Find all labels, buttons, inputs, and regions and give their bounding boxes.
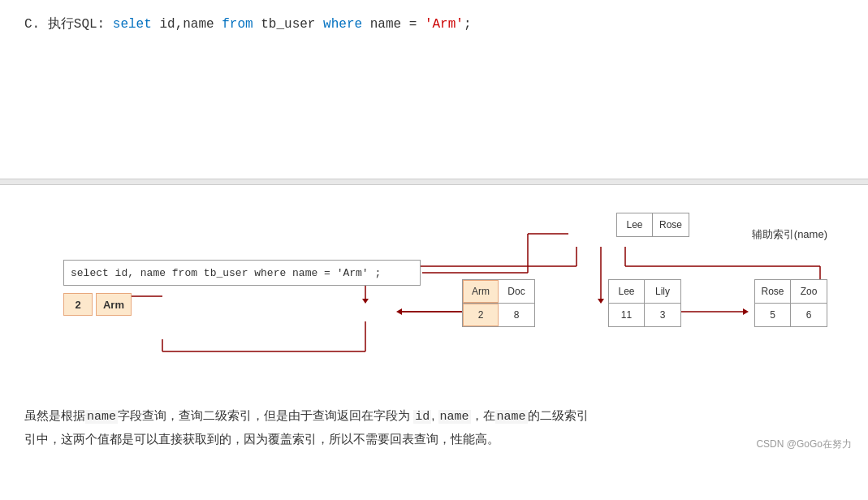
code-name2: name: [438, 410, 471, 424]
leaf3-node: Rose Zoo 5 6: [754, 279, 827, 327]
leaf2-values: 11 3: [608, 304, 681, 327]
svg-marker-16: [396, 308, 402, 315]
leaf3-rose: Rose: [755, 280, 791, 303]
sql-eq: =: [401, 17, 425, 32]
sql-keyword-selet: selet: [113, 17, 152, 32]
code-name1: name: [85, 410, 118, 424]
result-name-cell: Arm: [96, 293, 132, 316]
leaf1-node: Arm Doc 2 8: [462, 279, 535, 327]
leaf1-node-cells: Arm Doc: [462, 279, 535, 304]
leaf1-val2: 8: [499, 304, 534, 326]
code-id: id: [413, 410, 431, 424]
svg-marker-6: [362, 299, 369, 304]
sql-prefix: C. 执行SQL:: [24, 17, 113, 32]
sql-from: from: [214, 17, 261, 32]
leaf3-values: 5 6: [754, 304, 827, 327]
sql-query-box: select id, name from tb_user where name …: [63, 260, 421, 286]
sql-table: tb_user: [261, 17, 315, 32]
leaf2-node-cells: Lee Lily: [608, 279, 681, 304]
top-section: C. 执行SQL: selet id,name from tb_user whe…: [0, 0, 868, 179]
sql-where: where: [315, 17, 369, 32]
root-cell-lee: Lee: [617, 213, 653, 236]
sql-id-field: id,: [152, 17, 183, 32]
leaf2-lily: Lily: [645, 280, 680, 303]
leaf2-val1: 11: [609, 304, 645, 326]
leaf2-lee: Lee: [609, 280, 645, 303]
sql-statement: C. 执行SQL: selet id,name from tb_user whe…: [24, 15, 844, 34]
sql-name-field: name: [183, 17, 214, 32]
root-cell-rose: Rose: [653, 213, 689, 236]
leaf2-node: Lee Lily 11 3: [608, 279, 681, 327]
leaf1-arm: Arm: [463, 280, 499, 303]
leaf2-val2: 3: [645, 304, 680, 326]
code-name3: name: [495, 410, 528, 424]
index-label: 辅助索引(name): [752, 227, 827, 242]
watermark: CSDN @GoGo在努力: [756, 438, 852, 451]
leaf1-doc: Doc: [499, 280, 534, 303]
root-node-cells: Lee Rose: [616, 213, 689, 237]
sql-value: 'Arm': [425, 17, 464, 32]
root-node: Lee Rose: [616, 213, 689, 237]
sql-semi: ;: [464, 17, 472, 32]
sql-where-field: name: [370, 17, 401, 32]
bottom-section: select id, name from tb_user where name …: [0, 185, 868, 458]
leaf1-values: 2 8: [462, 304, 535, 327]
result-id-cell: 2: [63, 293, 93, 316]
sql-query-text: select id, name from tb_user where name …: [71, 267, 381, 279]
leaf3-zoo: Zoo: [791, 280, 827, 303]
section-divider: [0, 179, 868, 185]
leaf1-val1: 2: [463, 304, 499, 326]
description-text: 虽然是根据name字段查询，查询二级索引，但是由于查询返回在字段为 id, na…: [24, 404, 844, 450]
leaf3-val1: 5: [755, 304, 791, 326]
diagram-area: select id, name from tb_user where name …: [24, 201, 844, 396]
leaf3-node-cells: Rose Zoo: [754, 279, 827, 304]
btree-diagram: 辅助索引(name) Lee Rose Arm Doc 2 8: [462, 201, 827, 380]
leaf3-val2: 6: [791, 304, 827, 326]
result-row: 2 Arm: [63, 293, 132, 316]
